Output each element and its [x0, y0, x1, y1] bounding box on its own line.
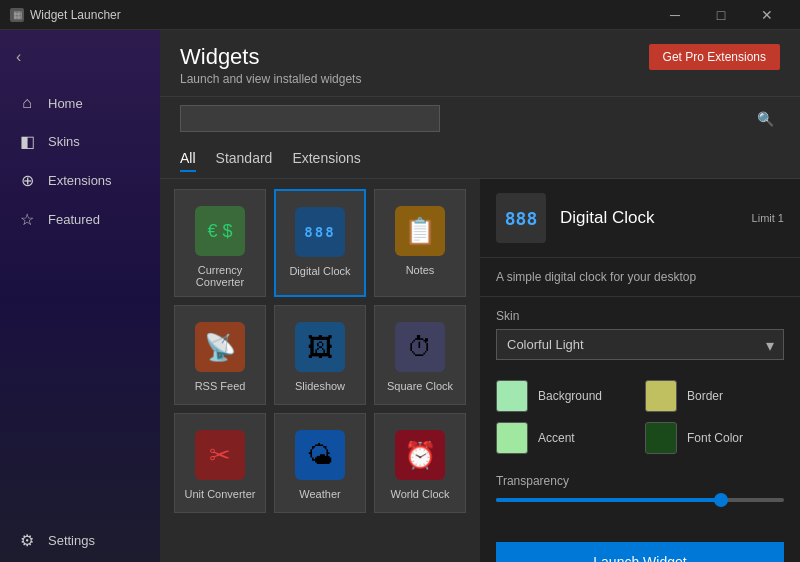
sidebar-bottom: ⚙ Settings — [0, 519, 160, 562]
launch-btn-area: Launch Widget — [480, 530, 800, 562]
content-area: € $ Currency Converter 888 Digital Clock… — [160, 179, 800, 562]
widget-card-notes[interactable]: 📋 Notes — [374, 189, 466, 297]
widget-name-world-clock: World Clock — [390, 488, 449, 500]
skin-select-wrap: Colorful Light Dark Minimal Classic ▾ — [496, 329, 784, 360]
search-bar: 🔍 — [160, 97, 800, 140]
search-button[interactable]: 🔍 — [757, 111, 774, 127]
sidebar-label-skins: Skins — [48, 134, 80, 149]
widget-card-slideshow[interactable]: 🖼 Slideshow — [274, 305, 366, 405]
widget-card-square-clock[interactable]: ⏱ Square Clock — [374, 305, 466, 405]
transparency-section: Transparency — [480, 466, 800, 530]
transparency-label: Transparency — [496, 474, 784, 488]
search-input-wrap: 🔍 — [180, 105, 780, 132]
skin-select[interactable]: Colorful Light Dark Minimal Classic — [496, 329, 784, 360]
main-title-area: Widgets Launch and view installed widget… — [180, 44, 361, 86]
widget-name-square-clock: Square Clock — [387, 380, 453, 392]
sidebar-nav: ⌂ Home ◧ Skins ⊕ Extensions ☆ Featured — [0, 84, 160, 519]
widget-name-weather: Weather — [299, 488, 340, 500]
close-button[interactable]: ✕ — [744, 0, 790, 30]
color-label-accent: Accent — [538, 431, 575, 445]
detail-limit: Limit 1 — [752, 212, 784, 224]
tabs: All Standard Extensions — [160, 140, 800, 179]
detail-description: A simple digital clock for your desktop — [480, 258, 800, 297]
widget-icon-weather: 🌤 — [295, 430, 345, 480]
sidebar-item-skins[interactable]: ◧ Skins — [0, 122, 160, 161]
widget-icon-currency: € $ — [195, 206, 245, 256]
skin-section: Skin Colorful Light Dark Minimal Classic… — [480, 297, 800, 372]
detail-panel: 888 Digital Clock Limit 1 A simple digit… — [480, 179, 800, 562]
home-icon: ⌂ — [18, 94, 36, 112]
search-input[interactable] — [180, 105, 440, 132]
app-icon: ▦ — [10, 8, 24, 22]
tab-extensions[interactable]: Extensions — [292, 146, 360, 172]
widget-card-world-clock[interactable]: ⏰ World Clock — [374, 413, 466, 513]
tab-standard[interactable]: Standard — [216, 146, 273, 172]
widget-name-rss: RSS Feed — [195, 380, 246, 392]
widget-icon-rss: 📡 — [195, 322, 245, 372]
minimize-button[interactable]: ─ — [652, 0, 698, 30]
pro-extensions-button[interactable]: Get Pro Extensions — [649, 44, 780, 70]
color-label-border: Border — [687, 389, 723, 403]
widget-icon-digital-clock: 888 — [295, 207, 345, 257]
slider-thumb[interactable] — [714, 493, 728, 507]
widget-name-slideshow: Slideshow — [295, 380, 345, 392]
tab-all[interactable]: All — [180, 146, 196, 172]
extensions-icon: ⊕ — [18, 171, 36, 190]
widget-name-notes: Notes — [406, 264, 435, 276]
back-button[interactable]: ‹ — [0, 40, 160, 74]
widget-name-currency: Currency Converter — [183, 264, 257, 288]
featured-icon: ☆ — [18, 210, 36, 229]
slider-track — [496, 498, 784, 502]
slider-fill — [496, 498, 721, 502]
sidebar-item-extensions[interactable]: ⊕ Extensions — [0, 161, 160, 200]
app-title: Widget Launcher — [30, 8, 121, 22]
widget-icon-square-clock: ⏱ — [395, 322, 445, 372]
detail-widget-name: Digital Clock — [560, 208, 738, 228]
widget-card-digital-clock[interactable]: 888 Digital Clock — [274, 189, 366, 297]
widget-name-unit-converter: Unit Converter — [185, 488, 256, 500]
widget-grid-area: € $ Currency Converter 888 Digital Clock… — [160, 179, 480, 562]
widget-name-digital-clock: Digital Clock — [289, 265, 350, 277]
color-box-border[interactable] — [645, 380, 677, 412]
widget-grid: € $ Currency Converter 888 Digital Clock… — [174, 189, 466, 513]
sidebar-label-featured: Featured — [48, 212, 100, 227]
page-subtitle: Launch and view installed widgets — [180, 72, 361, 86]
sidebar: ‹ ⌂ Home ◧ Skins ⊕ Extensions ☆ Featured… — [0, 30, 160, 562]
widget-card-unit-converter[interactable]: ✂ Unit Converter — [174, 413, 266, 513]
main-header: Widgets Launch and view installed widget… — [160, 30, 800, 97]
detail-info: Digital Clock — [560, 208, 738, 228]
detail-header: 888 Digital Clock Limit 1 — [480, 179, 800, 258]
sidebar-item-featured[interactable]: ☆ Featured — [0, 200, 160, 239]
widget-icon-world-clock: ⏰ — [395, 430, 445, 480]
app-body: ‹ ⌂ Home ◧ Skins ⊕ Extensions ☆ Featured… — [0, 30, 800, 562]
widget-icon-slideshow: 🖼 — [295, 322, 345, 372]
settings-icon: ⚙ — [18, 531, 36, 550]
main-content: Widgets Launch and view installed widget… — [160, 30, 800, 562]
title-bar: ▦ Widget Launcher ─ □ ✕ — [0, 0, 800, 30]
widget-icon-unit-converter: ✂ — [195, 430, 245, 480]
title-bar-left: ▦ Widget Launcher — [10, 8, 121, 22]
widget-card-currency[interactable]: € $ Currency Converter — [174, 189, 266, 297]
color-box-accent[interactable] — [496, 422, 528, 454]
detail-thumb: 888 — [496, 193, 546, 243]
widget-card-weather[interactable]: 🌤 Weather — [274, 413, 366, 513]
sidebar-label-home: Home — [48, 96, 83, 111]
maximize-button[interactable]: □ — [698, 0, 744, 30]
widget-card-rss[interactable]: 📡 RSS Feed — [174, 305, 266, 405]
sidebar-item-settings[interactable]: ⚙ Settings — [18, 531, 142, 550]
color-box-background[interactable] — [496, 380, 528, 412]
color-box-font-color[interactable] — [645, 422, 677, 454]
sidebar-item-home[interactable]: ⌂ Home — [0, 84, 160, 122]
color-label-font-color: Font Color — [687, 431, 743, 445]
title-bar-controls: ─ □ ✕ — [652, 0, 790, 30]
launch-widget-button[interactable]: Launch Widget — [496, 542, 784, 562]
swatch-item-background: Background — [496, 380, 635, 412]
page-title: Widgets — [180, 44, 361, 70]
swatch-item-font-color: Font Color — [645, 422, 784, 454]
color-swatches: Background Border Accent Font Color — [480, 372, 800, 466]
sidebar-label-settings: Settings — [48, 533, 95, 548]
skin-label: Skin — [496, 309, 784, 323]
color-label-background: Background — [538, 389, 602, 403]
widget-icon-notes: 📋 — [395, 206, 445, 256]
swatch-item-accent: Accent — [496, 422, 635, 454]
